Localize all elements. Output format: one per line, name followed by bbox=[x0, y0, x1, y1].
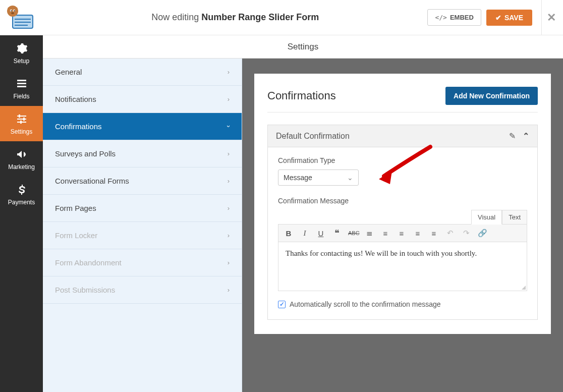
chevron-right-icon: › bbox=[228, 95, 230, 103]
resize-handle[interactable] bbox=[522, 286, 526, 290]
svg-rect-14 bbox=[17, 86, 26, 87]
sidebar-item-formpages[interactable]: Form Pages › bbox=[43, 195, 242, 222]
vertical-nav: Setup Fields Settings Marketing Payments bbox=[0, 35, 43, 392]
sidebar-item-formlocker[interactable]: Form Locker › bbox=[43, 222, 242, 249]
chevron-down-icon: › bbox=[224, 125, 232, 127]
sidebar-item-confirmations[interactable]: Confirmations › bbox=[43, 113, 242, 140]
collapse-icon[interactable]: ⌃ bbox=[523, 131, 529, 141]
embed-button[interactable]: </> EMBED bbox=[427, 9, 481, 26]
page-title: Now editing Number Range Slider Form bbox=[43, 12, 427, 23]
bulletlist-icon[interactable]: ≣ bbox=[364, 229, 374, 238]
dollar-icon bbox=[16, 184, 28, 196]
confirmations-panel: Confirmations Add New Confirmation Defau… bbox=[254, 74, 551, 334]
autoscroll-row[interactable]: ✓ Automatically scroll to the confirmati… bbox=[278, 300, 527, 308]
settings-sidebar: General › Notifications › Confirmations … bbox=[43, 59, 242, 392]
save-button[interactable]: ✔ SAVE bbox=[486, 10, 532, 26]
link-icon[interactable]: 🔗 bbox=[477, 229, 487, 238]
nav-payments[interactable]: Payments bbox=[0, 177, 43, 212]
add-confirmation-button[interactable]: Add New Confirmation bbox=[445, 87, 538, 105]
sidebar-item-label: Confirmations bbox=[55, 122, 102, 131]
chevron-right-icon: › bbox=[228, 259, 230, 266]
nav-label: Setup bbox=[14, 58, 29, 65]
chevron-right-icon: › bbox=[228, 68, 230, 76]
card-title: Default Confirmation bbox=[276, 132, 350, 141]
sidebar-item-label: Form Abandonment bbox=[55, 258, 122, 267]
chevron-right-icon: › bbox=[228, 286, 230, 294]
nav-settings[interactable]: Settings bbox=[0, 106, 43, 141]
sidebar-item-label: Surveys and Polls bbox=[55, 149, 116, 158]
editor-tab-text[interactable]: Text bbox=[502, 210, 527, 225]
nav-label: Payments bbox=[8, 199, 35, 206]
select-value: Message bbox=[284, 174, 312, 182]
panel-head: Confirmations Add New Confirmation bbox=[267, 87, 538, 113]
sidebar-item-postsubmissions[interactable]: Post Submissions › bbox=[43, 276, 242, 304]
content: Settings General › Notifications › Confi… bbox=[43, 35, 563, 392]
undo-icon[interactable]: ↶ bbox=[445, 229, 455, 238]
alignright-icon[interactable]: ≡ bbox=[429, 229, 439, 238]
editor-toolbar: B I U ❝ ABC ≣ ≡ ≡ ≡ ≡ bbox=[278, 225, 527, 242]
sidebar-item-label: Conversational Forms bbox=[55, 177, 129, 185]
sliders-icon bbox=[16, 113, 28, 125]
chevron-right-icon: › bbox=[228, 150, 230, 157]
aligncenter-icon[interactable]: ≡ bbox=[413, 229, 423, 238]
chevron-right-icon: › bbox=[228, 204, 230, 212]
bullhorn-icon bbox=[16, 148, 28, 160]
svg-point-11 bbox=[11, 12, 14, 14]
topbar: Now editing Number Range Slider Form </>… bbox=[0, 0, 563, 35]
list-icon bbox=[16, 78, 28, 90]
confirmation-card: Default Confirmation ✎ ⌃ Confirmation Ty… bbox=[267, 125, 538, 320]
editor-content: Thanks for contacting us! We will be in … bbox=[286, 249, 477, 257]
checkbox-checked-icon[interactable]: ✓ bbox=[278, 301, 286, 308]
topbar-actions: </> EMBED ✔ SAVE bbox=[427, 9, 541, 26]
svg-rect-18 bbox=[19, 115, 20, 118]
editor-tab-visual[interactable]: Visual bbox=[471, 210, 502, 225]
nav-label: Fields bbox=[13, 93, 29, 100]
nav-marketing[interactable]: Marketing bbox=[0, 141, 43, 177]
card-header[interactable]: Default Confirmation ✎ ⌃ bbox=[268, 125, 537, 147]
numberlist-icon[interactable]: ≡ bbox=[380, 229, 390, 238]
svg-rect-20 bbox=[20, 121, 22, 124]
confirmation-message-label: Confirmation Message bbox=[278, 197, 527, 205]
confirmation-type-select[interactable]: Message ⌄ bbox=[278, 170, 359, 186]
sidebar-item-label: Notifications bbox=[55, 95, 96, 103]
strikethrough-icon[interactable]: ABC bbox=[348, 230, 358, 236]
content-header: Settings bbox=[43, 35, 563, 59]
svg-rect-12 bbox=[17, 80, 26, 81]
sidebar-item-label: Post Submissions bbox=[55, 286, 115, 294]
svg-rect-16 bbox=[17, 119, 26, 120]
redo-icon[interactable]: ↷ bbox=[461, 229, 471, 238]
sidebar-item-label: Form Locker bbox=[55, 231, 97, 240]
gear-icon bbox=[16, 42, 28, 54]
sidebar-item-conversational[interactable]: Conversational Forms › bbox=[43, 167, 242, 195]
sidebar-item-general[interactable]: General › bbox=[43, 59, 242, 86]
editor-tabs: Visual Text bbox=[278, 210, 527, 225]
alignleft-icon[interactable]: ≡ bbox=[397, 229, 407, 238]
svg-point-4 bbox=[7, 6, 18, 17]
editor-textarea[interactable]: Thanks for contacting us! We will be in … bbox=[278, 242, 527, 291]
panel-title: Confirmations bbox=[267, 89, 336, 102]
chevron-right-icon: › bbox=[228, 177, 230, 185]
edit-icon[interactable]: ✎ bbox=[509, 131, 516, 141]
close-button[interactable]: ✕ bbox=[541, 0, 563, 35]
sidebar-item-abandonment[interactable]: Form Abandonment › bbox=[43, 249, 242, 276]
nav-fields[interactable]: Fields bbox=[0, 71, 43, 106]
sidebar-item-surveys[interactable]: Surveys and Polls › bbox=[43, 140, 242, 167]
underline-icon[interactable]: U bbox=[316, 229, 326, 238]
nav-setup[interactable]: Setup bbox=[0, 35, 43, 71]
bold-icon[interactable]: B bbox=[284, 229, 294, 238]
autoscroll-label: Automatically scroll to the confirmation… bbox=[290, 300, 441, 308]
close-icon: ✕ bbox=[547, 11, 556, 24]
italic-icon[interactable]: I bbox=[300, 229, 310, 238]
editor: B I U ❝ ABC ≣ ≡ ≡ ≡ ≡ bbox=[278, 224, 527, 291]
confirmation-type-label: Confirmation Type bbox=[278, 156, 527, 164]
quote-icon[interactable]: ❝ bbox=[332, 228, 342, 239]
sidebar-item-label: General bbox=[55, 68, 82, 76]
svg-rect-15 bbox=[17, 116, 26, 117]
sidebar-item-notifications[interactable]: Notifications › bbox=[43, 86, 242, 113]
chevron-down-icon: ⌄ bbox=[347, 174, 353, 182]
svg-point-10 bbox=[14, 10, 15, 11]
preview-pane: Confirmations Add New Confirmation Defau… bbox=[242, 59, 563, 392]
svg-rect-19 bbox=[23, 118, 25, 121]
code-icon: </> bbox=[435, 14, 446, 21]
check-icon: ✔ bbox=[495, 14, 501, 22]
